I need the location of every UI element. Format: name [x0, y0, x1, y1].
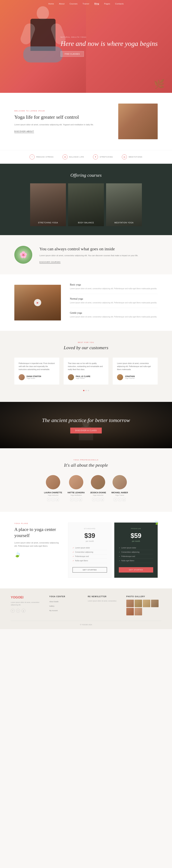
- course-card-3[interactable]: MEDITATION YOGA: [106, 183, 142, 226]
- leaf-decoration: 🍃: [14, 551, 22, 558]
- check-icon: ✓: [73, 547, 74, 549]
- footer-about-link[interactable]: About Studio: [49, 601, 58, 602]
- hero-plant-decoration: 🌿: [154, 79, 165, 89]
- yoga-types-section: ▶ Basic yoga Lorem ipsum dolor sit amet,…: [0, 274, 172, 331]
- yoga-type-basic-desc: Lorem ipsum dolor sit amet, consectetur …: [70, 287, 158, 290]
- hero-eyebrow: NATURAL HEALTH YOGA: [60, 36, 158, 38]
- footer-facebook-icon[interactable]: f: [11, 609, 15, 613]
- nav-contacts[interactable]: Contacts: [115, 3, 124, 5]
- pricing-left: YOGA PLANS A place to yoga center yourse…: [14, 523, 59, 558]
- team-social-2: f t p: [68, 498, 85, 501]
- team-tw-icon-4[interactable]: t: [118, 498, 121, 501]
- team-fb-icon-3[interactable]: f: [92, 498, 95, 501]
- nav-about[interactable]: About: [59, 3, 65, 5]
- pricing-eyebrow: YOGA PLANS: [14, 523, 59, 524]
- plan-button-premium[interactable]: GET STARTED: [119, 567, 153, 572]
- footer-gallery-link[interactable]: Gallery: [49, 605, 54, 607]
- yoga-video-thumbnail: ▶: [14, 285, 61, 320]
- play-button[interactable]: ▶: [34, 299, 41, 306]
- yoga-type-normal-desc: Lorem ipsum dolor sit amet, consectetur …: [70, 301, 158, 304]
- team-pi-icon-2[interactable]: p: [79, 498, 82, 501]
- yoga-type-gentle: Gentle yoga Lorem ipsum dolor sit amet, …: [70, 312, 158, 322]
- footer-gallery-img-6: [134, 608, 142, 615]
- about-text: WELCOME TO LOREM IPSUM Yoga life for gre…: [14, 110, 109, 133]
- author-info-1: DIANA STANTON Yoga Studio: [26, 375, 41, 379]
- footer-link-account: My Account: [49, 609, 84, 612]
- footer-columns: YOGOEI Lorem ipsum dolor sit amet, conse…: [11, 595, 161, 615]
- author-name-1: DIANA STANTON: [26, 375, 41, 377]
- team-member-3: JESSICA DOANE Yoga Instructor f t p: [90, 475, 106, 501]
- check-icon: ✓: [119, 560, 120, 562]
- cta-dark-button[interactable]: DISCOVER A CLASS: [70, 428, 102, 433]
- about-image: [118, 103, 158, 139]
- course-card-1[interactable]: STRETCHING YOGA: [30, 183, 66, 226]
- hero-cta-button[interactable]: FIND CLASSES: [60, 51, 84, 57]
- feature-balance-life-label: BALANCE LIFE: [69, 156, 84, 158]
- about-eyebrow: WELCOME TO LOREM IPSUM: [14, 110, 109, 112]
- team-fb-icon-4[interactable]: f: [114, 498, 117, 501]
- footer-col-newsletter-title: RE NEWSLETTER: [88, 595, 123, 597]
- team-fb-icon-2[interactable]: f: [70, 498, 73, 501]
- nav-pages[interactable]: Pages: [104, 3, 110, 5]
- team-fb-icon-1[interactable]: f: [47, 498, 50, 501]
- courses-grid: STRETCHING YOGA BODY BALANCE MEDITATION …: [11, 183, 161, 226]
- plan-feature-standard-4: ✓Nulla eget libero: [73, 559, 107, 563]
- author-role-1: Yoga Studio: [26, 377, 41, 379]
- footer-pinterest-icon[interactable]: p: [22, 609, 25, 613]
- plan-feature-premium-1: ✓Lorem ipsum dolor: [119, 546, 153, 550]
- footer-logo: YOGOEI: [11, 595, 46, 599]
- course-card-2[interactable]: BODY BALANCE: [68, 183, 104, 226]
- control-link[interactable]: DISCOVER COURSES: [40, 261, 60, 264]
- plan-feature-standard-2: ✓Consectetur adipiscing: [73, 550, 107, 554]
- yoga-type-gentle-title: Gentle yoga: [70, 312, 158, 314]
- team-grid: LAURA CHARETTE Yoga Instructor f t p HAT…: [14, 475, 158, 501]
- footer-link-gallery: Gallery: [49, 604, 84, 607]
- cta-dark-title: The ancient practice for better tomorrow: [42, 417, 130, 424]
- course-card-label-3: MEDITATION YOGA: [106, 222, 142, 224]
- hero-title: Here and now is where yoga begins: [60, 40, 158, 48]
- team-pi-icon-1[interactable]: p: [56, 498, 59, 501]
- dot-2[interactable]: [85, 390, 87, 391]
- team-tw-icon-1[interactable]: t: [51, 498, 55, 501]
- team-pi-icon-3[interactable]: p: [101, 498, 104, 501]
- about-image-inner: [118, 103, 158, 139]
- pricing-description: Lorem ipsum dolor sit amet, consectetur …: [14, 541, 59, 548]
- footer-gallery-img-2: [134, 600, 142, 607]
- testimonial-author-1: DIANA STANTON Yoga Studio: [19, 374, 55, 380]
- pricing-cards: STANDARD $39 per month ✓Lorem ipsum dolo…: [68, 523, 158, 578]
- team-eyebrow: YOGA PROFESSIONALS: [14, 459, 158, 461]
- testimonials-section: BEST FOR YOU Loved by our customers Pell…: [0, 331, 172, 402]
- course-card-label-1: STRETCHING YOGA: [30, 222, 66, 224]
- nav-trainer[interactable]: Trainer: [82, 3, 90, 5]
- footer-twitter-icon[interactable]: t: [16, 609, 20, 613]
- team-tw-icon-2[interactable]: t: [75, 498, 78, 501]
- main-nav: Home About Courses Trainer Blog Pages Co…: [0, 0, 172, 7]
- team-member-4: MICHAEL NABER Yoga Trainer f t p: [112, 475, 128, 501]
- course-card-overlay-1: [30, 183, 66, 226]
- control-title: You can always control what goes on insi…: [40, 246, 138, 252]
- logo-text: YO: [11, 595, 16, 599]
- course-card-overlay-2: [68, 183, 104, 226]
- nav-courses[interactable]: Courses: [70, 3, 77, 5]
- control-section: 🌸 You can always control what goes on in…: [0, 235, 172, 274]
- course-card-label-2: BODY BALANCE: [68, 222, 104, 224]
- dot-1[interactable]: [83, 390, 84, 391]
- footer-account-link[interactable]: My Account: [49, 610, 58, 612]
- team-avatar-2: [69, 475, 83, 489]
- footer: YOGOEI Lorem ipsum dolor sit amet, conse…: [0, 588, 172, 629]
- nav-home[interactable]: Home: [48, 3, 54, 5]
- dot-3[interactable]: [88, 390, 89, 391]
- control-text: You can always control what goes on insi…: [40, 246, 138, 263]
- testimonial-card-2: That class was so fun with its quality i…: [64, 358, 108, 384]
- footer-tagline: Lorem ipsum dolor sit amet, consectetur …: [11, 601, 46, 606]
- team-tw-icon-3[interactable]: t: [96, 498, 100, 501]
- footer-col-yoga-center: YOGA CENTER About Studio Gallery My Acco…: [49, 595, 84, 615]
- nav-blog[interactable]: Blog: [94, 2, 99, 5]
- plan-button-standard[interactable]: GET STARTED: [73, 567, 107, 572]
- footer-yoga-links: About Studio Gallery My Account: [49, 600, 84, 612]
- courses-title: Offering courses: [11, 173, 161, 178]
- team-name-2: HATTIE LEHADRA: [68, 492, 85, 494]
- team-pi-icon-4[interactable]: p: [122, 498, 126, 501]
- about-link[interactable]: DISCOVER ABOUT: [14, 130, 34, 133]
- footer-gallery-img-3: [143, 600, 150, 607]
